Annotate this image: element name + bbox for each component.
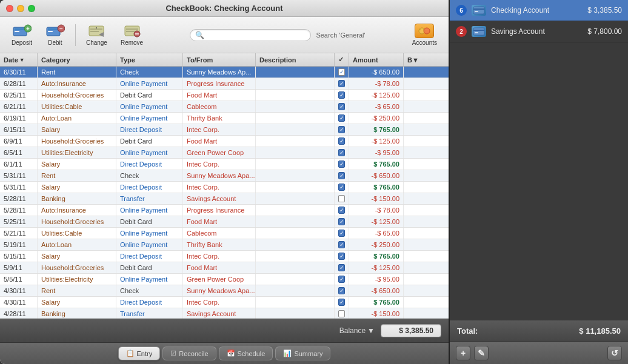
debit-button[interactable]: − Debit xyxy=(40,21,70,49)
table-row[interactable]: 5/28/11 Auto:Insurance Online Payment Pr… xyxy=(0,205,449,216)
check-icon[interactable]: ✓ xyxy=(338,276,345,283)
cell-check[interactable]: ✓ xyxy=(335,182,349,193)
cell-category: Auto:Insurance xyxy=(38,205,116,216)
tab-reconcile[interactable]: ☑ Reconcile xyxy=(162,346,216,360)
change-label: Change xyxy=(86,39,107,46)
check-icon[interactable]: ✓ xyxy=(338,253,345,260)
cell-date: 5/21/11 xyxy=(0,228,38,239)
check-icon[interactable]: ✓ xyxy=(338,68,345,76)
table-row[interactable]: 6/28/11 Auto:Insurance Online Payment Pr… xyxy=(0,78,449,90)
search-box[interactable]: 🔍 xyxy=(190,29,311,41)
check-icon[interactable]: ✓ xyxy=(338,91,345,99)
cell-check[interactable]: ✓ xyxy=(335,78,349,89)
table-row[interactable]: 6/30/11 Rent Check Sunny Meadows Ap... ✓… xyxy=(0,67,449,78)
cell-check[interactable]: ✓ xyxy=(335,147,349,158)
check-icon[interactable]: ✓ xyxy=(338,299,345,306)
cell-type: Debit Card xyxy=(116,216,183,227)
check-icon[interactable]: ✓ xyxy=(338,241,345,248)
account-icon xyxy=(472,5,486,16)
cell-check[interactable]: ✓ xyxy=(335,67,349,78)
table-row[interactable]: 6/9/11 Household:Groceries Debit Card Fo… xyxy=(0,136,449,147)
table-row[interactable]: 6/25/11 Household:Groceries Debit Card F… xyxy=(0,90,449,101)
cell-description xyxy=(256,90,335,101)
table-row[interactable]: 5/31/11 Salary Direct Deposit Intec Corp… xyxy=(0,182,449,193)
check-icon[interactable] xyxy=(338,195,345,202)
cell-check[interactable]: ✓ xyxy=(335,170,349,181)
cell-check[interactable]: ✓ xyxy=(335,239,349,250)
table-row[interactable]: 4/30/11 Salary Direct Deposit Intec Corp… xyxy=(0,297,449,308)
check-icon[interactable]: ✓ xyxy=(338,160,345,168)
cell-check[interactable]: ✓ xyxy=(335,262,349,273)
cell-check[interactable]: ✓ xyxy=(335,297,349,308)
sync-account-button[interactable]: ↺ xyxy=(607,346,622,360)
account-item[interactable]: 6 Checking Account $ 3,385.50 xyxy=(450,0,628,21)
account-item[interactable]: 2 Savings Account $ 7,800.00 xyxy=(450,21,628,42)
cell-check[interactable]: ✓ xyxy=(335,124,349,135)
tab-summary[interactable]: 📊 Summary xyxy=(275,346,330,360)
cell-check[interactable]: ✓ xyxy=(335,251,349,262)
cell-date: 6/25/11 xyxy=(0,90,38,101)
add-account-button[interactable]: + xyxy=(456,346,470,360)
cell-check[interactable]: ✓ xyxy=(335,90,349,101)
edit-account-button[interactable]: ✎ xyxy=(474,346,489,360)
cell-check[interactable]: ✓ xyxy=(335,159,349,170)
cell-check[interactable] xyxy=(335,308,349,319)
deposit-button[interactable]: + Deposit xyxy=(6,21,38,49)
cell-type: Direct Deposit xyxy=(116,124,183,135)
check-icon[interactable]: ✓ xyxy=(338,114,345,122)
table-row[interactable]: 5/9/11 Household:Groceries Debit Card Fo… xyxy=(0,262,449,274)
check-icon[interactable]: ✓ xyxy=(338,149,345,156)
close-button[interactable] xyxy=(6,5,13,12)
cell-date: 6/19/11 xyxy=(0,113,38,124)
check-icon[interactable]: ✓ xyxy=(338,207,345,214)
cell-check[interactable]: ✓ xyxy=(335,228,349,239)
search-input[interactable] xyxy=(207,31,306,39)
cell-check[interactable]: ✓ xyxy=(335,113,349,124)
check-icon[interactable]: ✓ xyxy=(338,80,345,87)
table-row[interactable]: 5/15/11 Salary Direct Deposit Intec Corp… xyxy=(0,251,449,262)
table-row[interactable]: 5/21/11 Utilities:Cable Online Payment C… xyxy=(0,228,449,239)
check-icon[interactable]: ✓ xyxy=(338,264,345,271)
table-row[interactable]: 6/21/11 Utilities:Cable Online Payment C… xyxy=(0,101,449,113)
sort-arrow-icon: ▼ xyxy=(19,57,25,63)
cell-check[interactable]: ✓ xyxy=(335,274,349,285)
cell-check[interactable] xyxy=(335,193,349,204)
check-icon[interactable]: ✓ xyxy=(338,126,345,133)
table-row[interactable]: 6/15/11 Salary Direct Deposit Intec Corp… xyxy=(0,124,449,136)
tab-schedule[interactable]: 📅 Schedule xyxy=(219,346,273,360)
table-row[interactable]: 5/31/11 Rent Check Sunny Meadows Apa... … xyxy=(0,170,449,182)
cell-check[interactable]: ✓ xyxy=(335,136,349,147)
check-icon[interactable]: ✓ xyxy=(338,137,345,145)
check-icon[interactable]: ✓ xyxy=(338,230,345,237)
table-row[interactable]: 4/28/11 Banking Transfer Savings Account… xyxy=(0,308,449,319)
table-row[interactable]: 6/19/11 Auto:Loan Online Payment Thrifty… xyxy=(0,113,449,124)
accounts-button[interactable]: Accounts xyxy=(407,21,443,49)
check-icon[interactable]: ✓ xyxy=(338,172,345,179)
table-row[interactable]: 4/30/11 Rent Check Sunny Meadows Apa... … xyxy=(0,285,449,297)
cell-tofrom: Green Power Coop xyxy=(183,274,256,285)
cell-check[interactable]: ✓ xyxy=(335,285,349,296)
tab-entry[interactable]: 📋 Entry xyxy=(118,346,161,360)
table-row[interactable]: 5/25/11 Household:Groceries Debit Card F… xyxy=(0,216,449,228)
change-button[interactable]: Change xyxy=(81,21,113,49)
table-row[interactable]: 5/28/11 Banking Transfer Savings Account… xyxy=(0,193,449,205)
check-icon[interactable]: ✓ xyxy=(338,218,345,225)
maximize-button[interactable] xyxy=(28,5,35,12)
remove-button[interactable]: Remove xyxy=(115,21,149,49)
table-row[interactable]: 5/5/11 Utilities:Electricity Online Paym… xyxy=(0,274,449,285)
cell-check[interactable]: ✓ xyxy=(335,216,349,227)
cell-description xyxy=(256,136,335,147)
table-row[interactable]: 5/19/11 Auto:Loan Online Payment Thrifty… xyxy=(0,239,449,251)
check-icon[interactable] xyxy=(338,310,345,317)
svg-text:+: + xyxy=(26,25,30,32)
cell-check[interactable]: ✓ xyxy=(335,101,349,112)
check-icon[interactable]: ✓ xyxy=(338,184,345,191)
table-row[interactable]: 6/5/11 Utilities:Electricity Online Paym… xyxy=(0,147,449,159)
check-icon[interactable]: ✓ xyxy=(338,287,345,294)
cell-extra xyxy=(404,297,413,308)
cell-check[interactable]: ✓ xyxy=(335,205,349,216)
table-row[interactable]: 6/1/11 Salary Direct Deposit Intec Corp.… xyxy=(0,159,449,170)
check-icon[interactable]: ✓ xyxy=(338,103,345,110)
minimize-button[interactable] xyxy=(17,5,24,12)
search-label: Search 'General' xyxy=(316,31,365,39)
